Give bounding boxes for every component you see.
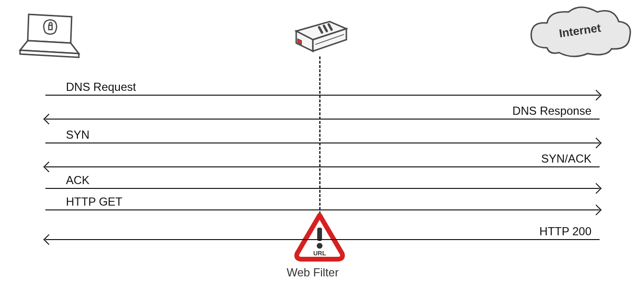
- flow-label: SYN/ACK: [541, 152, 591, 165]
- arrow-right-icon: [591, 90, 602, 101]
- flow-label: DNS Request: [66, 80, 136, 94]
- firewall-icon: [291, 17, 349, 59]
- flow-arrow-6: [45, 239, 600, 240]
- svg-text:URL: URL: [313, 250, 326, 257]
- web-filter-label: Web Filter: [287, 266, 339, 279]
- flow-label: SYN: [66, 128, 89, 142]
- flow-arrow-1: [45, 119, 600, 120]
- arrow-right-icon: [591, 138, 602, 149]
- laptop-icon: [14, 10, 81, 64]
- flow-label: DNS Response: [513, 104, 591, 118]
- flow-arrow-5: [45, 209, 600, 210]
- flow-arrow-3: [45, 166, 600, 167]
- arrow-right-icon: [591, 205, 602, 216]
- flow-arrow-2: [45, 143, 600, 143]
- flow-label: HTTP 200: [539, 225, 591, 238]
- flow-label: ACK: [66, 174, 89, 187]
- arrow-right-icon: [591, 183, 602, 194]
- arrow-left-icon: [43, 114, 54, 125]
- flow-arrow-0: [45, 95, 600, 96]
- url-warning-icon: URL: [293, 211, 346, 266]
- svg-point-7: [317, 243, 322, 249]
- internet-cloud-icon: Internet: [526, 5, 635, 69]
- flow-label: HTTP GET: [66, 195, 122, 208]
- firewall-lifeline: [319, 56, 321, 214]
- arrow-left-icon: [43, 234, 54, 245]
- arrow-left-icon: [43, 162, 54, 173]
- flow-arrow-4: [45, 188, 600, 189]
